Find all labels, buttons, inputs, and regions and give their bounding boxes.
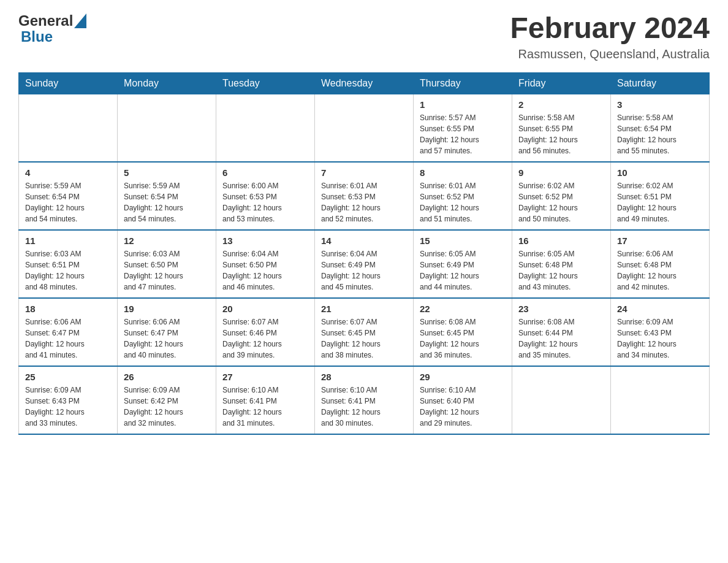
calendar-cell: 7Sunrise: 6:01 AM Sunset: 6:53 PM Daylig…	[315, 162, 414, 230]
calendar-cell: 5Sunrise: 5:59 AM Sunset: 6:54 PM Daylig…	[118, 162, 216, 230]
day-info: Sunrise: 6:06 AM Sunset: 6:47 PM Dayligh…	[25, 316, 111, 361]
day-number: 2	[518, 99, 604, 110]
column-header-thursday: Thursday	[414, 72, 512, 94]
column-header-monday: Monday	[118, 72, 216, 94]
title-area: February 2024 Rasmussen, Queensland, Aus…	[510, 12, 710, 61]
day-number: 29	[420, 372, 506, 382]
day-number: 25	[25, 372, 111, 382]
day-number: 23	[518, 304, 604, 314]
day-info: Sunrise: 6:01 AM Sunset: 6:52 PM Dayligh…	[420, 180, 506, 224]
calendar-cell: 9Sunrise: 6:02 AM Sunset: 6:52 PM Daylig…	[512, 162, 611, 230]
day-number: 12	[124, 236, 210, 246]
calendar-cell: 12Sunrise: 6:03 AM Sunset: 6:50 PM Dayli…	[118, 230, 216, 298]
day-info: Sunrise: 6:00 AM Sunset: 6:53 PM Dayligh…	[222, 180, 308, 224]
day-number: 3	[617, 99, 703, 110]
day-info: Sunrise: 6:09 AM Sunset: 6:43 PM Dayligh…	[617, 316, 703, 361]
day-number: 16	[518, 236, 604, 246]
day-info: Sunrise: 6:08 AM Sunset: 6:45 PM Dayligh…	[420, 316, 506, 361]
day-info: Sunrise: 5:58 AM Sunset: 6:54 PM Dayligh…	[617, 112, 703, 156]
day-info: Sunrise: 6:07 AM Sunset: 6:46 PM Dayligh…	[222, 316, 308, 361]
day-info: Sunrise: 6:10 AM Sunset: 6:41 PM Dayligh…	[222, 385, 308, 429]
calendar-cell	[19, 94, 118, 162]
calendar-cell: 14Sunrise: 6:04 AM Sunset: 6:49 PM Dayli…	[315, 230, 414, 298]
calendar-cell: 25Sunrise: 6:09 AM Sunset: 6:43 PM Dayli…	[19, 366, 118, 434]
day-info: Sunrise: 6:10 AM Sunset: 6:40 PM Dayligh…	[420, 385, 506, 429]
logo-general-text: General	[18, 12, 73, 29]
week-row-4: 18Sunrise: 6:06 AM Sunset: 6:47 PM Dayli…	[19, 298, 710, 366]
day-number: 6	[222, 167, 308, 178]
day-info: Sunrise: 6:09 AM Sunset: 6:43 PM Dayligh…	[25, 385, 111, 429]
day-number: 22	[420, 304, 506, 314]
calendar-cell: 3Sunrise: 5:58 AM Sunset: 6:54 PM Daylig…	[611, 94, 710, 162]
calendar-cell: 26Sunrise: 6:09 AM Sunset: 6:42 PM Dayli…	[118, 366, 216, 434]
day-number: 8	[420, 167, 506, 178]
calendar-title: February 2024	[510, 12, 710, 45]
day-info: Sunrise: 6:09 AM Sunset: 6:42 PM Dayligh…	[124, 385, 210, 429]
calendar-cell: 1Sunrise: 5:57 AM Sunset: 6:55 PM Daylig…	[414, 94, 512, 162]
day-number: 18	[25, 304, 111, 314]
column-header-tuesday: Tuesday	[216, 72, 315, 94]
day-number: 9	[518, 167, 604, 178]
logo-blue-text: Blue	[21, 28, 53, 45]
day-number: 11	[25, 236, 111, 246]
day-info: Sunrise: 6:01 AM Sunset: 6:53 PM Dayligh…	[321, 180, 407, 224]
day-info: Sunrise: 6:10 AM Sunset: 6:41 PM Dayligh…	[321, 385, 407, 429]
column-header-saturday: Saturday	[611, 72, 710, 94]
calendar-cell	[512, 366, 611, 434]
day-info: Sunrise: 6:07 AM Sunset: 6:45 PM Dayligh…	[321, 316, 407, 361]
calendar-cell: 29Sunrise: 6:10 AM Sunset: 6:40 PM Dayli…	[414, 366, 512, 434]
day-number: 7	[321, 167, 407, 178]
column-header-sunday: Sunday	[19, 72, 118, 94]
day-info: Sunrise: 6:05 AM Sunset: 6:49 PM Dayligh…	[420, 248, 506, 293]
day-number: 5	[124, 167, 210, 178]
calendar-cell: 24Sunrise: 6:09 AM Sunset: 6:43 PM Dayli…	[611, 298, 710, 366]
page-header: General Blue February 2024 Rasmussen, Qu…	[18, 12, 710, 61]
calendar-cell: 21Sunrise: 6:07 AM Sunset: 6:45 PM Dayli…	[315, 298, 414, 366]
day-number: 27	[222, 372, 308, 382]
day-number: 4	[25, 167, 111, 178]
calendar-cell: 19Sunrise: 6:06 AM Sunset: 6:47 PM Dayli…	[118, 298, 216, 366]
day-info: Sunrise: 6:03 AM Sunset: 6:51 PM Dayligh…	[25, 248, 111, 293]
calendar-cell: 15Sunrise: 6:05 AM Sunset: 6:49 PM Dayli…	[414, 230, 512, 298]
calendar-cell: 6Sunrise: 6:00 AM Sunset: 6:53 PM Daylig…	[216, 162, 315, 230]
day-number: 28	[321, 372, 407, 382]
calendar-cell	[611, 366, 710, 434]
calendar-cell: 16Sunrise: 6:05 AM Sunset: 6:48 PM Dayli…	[512, 230, 611, 298]
day-number: 1	[420, 99, 506, 110]
day-info: Sunrise: 6:02 AM Sunset: 6:52 PM Dayligh…	[518, 180, 604, 224]
svg-marker-0	[74, 13, 86, 28]
column-header-friday: Friday	[512, 72, 611, 94]
header-row: SundayMondayTuesdayWednesdayThursdayFrid…	[19, 72, 710, 94]
calendar-cell: 4Sunrise: 5:59 AM Sunset: 6:54 PM Daylig…	[19, 162, 118, 230]
calendar-cell: 27Sunrise: 6:10 AM Sunset: 6:41 PM Dayli…	[216, 366, 315, 434]
week-row-5: 25Sunrise: 6:09 AM Sunset: 6:43 PM Dayli…	[19, 366, 710, 434]
day-info: Sunrise: 5:57 AM Sunset: 6:55 PM Dayligh…	[420, 112, 506, 156]
day-number: 10	[617, 167, 703, 178]
calendar-cell: 22Sunrise: 6:08 AM Sunset: 6:45 PM Dayli…	[414, 298, 512, 366]
day-info: Sunrise: 5:59 AM Sunset: 6:54 PM Dayligh…	[25, 180, 111, 224]
day-info: Sunrise: 5:59 AM Sunset: 6:54 PM Dayligh…	[124, 180, 210, 224]
calendar-cell: 2Sunrise: 5:58 AM Sunset: 6:55 PM Daylig…	[512, 94, 611, 162]
day-info: Sunrise: 6:05 AM Sunset: 6:48 PM Dayligh…	[518, 248, 604, 293]
logo: General Blue	[18, 12, 86, 45]
day-info: Sunrise: 6:08 AM Sunset: 6:44 PM Dayligh…	[518, 316, 604, 361]
day-number: 20	[222, 304, 308, 314]
day-number: 17	[617, 236, 703, 246]
calendar-cell	[315, 94, 414, 162]
calendar-table: SundayMondayTuesdayWednesdayThursdayFrid…	[18, 72, 710, 435]
calendar-subtitle: Rasmussen, Queensland, Australia	[510, 47, 710, 61]
day-number: 14	[321, 236, 407, 246]
day-info: Sunrise: 6:06 AM Sunset: 6:48 PM Dayligh…	[617, 248, 703, 293]
day-info: Sunrise: 6:02 AM Sunset: 6:51 PM Dayligh…	[617, 180, 703, 224]
day-number: 19	[124, 304, 210, 314]
week-row-2: 4Sunrise: 5:59 AM Sunset: 6:54 PM Daylig…	[19, 162, 710, 230]
calendar-cell	[216, 94, 315, 162]
day-number: 13	[222, 236, 308, 246]
calendar-cell: 23Sunrise: 6:08 AM Sunset: 6:44 PM Dayli…	[512, 298, 611, 366]
day-number: 24	[617, 304, 703, 314]
day-number: 26	[124, 372, 210, 382]
logo-triangle-icon	[74, 13, 86, 28]
calendar-cell: 28Sunrise: 6:10 AM Sunset: 6:41 PM Dayli…	[315, 366, 414, 434]
calendar-cell: 17Sunrise: 6:06 AM Sunset: 6:48 PM Dayli…	[611, 230, 710, 298]
day-info: Sunrise: 5:58 AM Sunset: 6:55 PM Dayligh…	[518, 112, 604, 156]
